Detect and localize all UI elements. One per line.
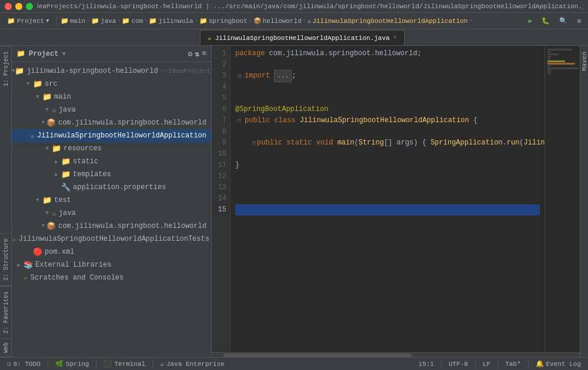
editor-area: 1 2 3 4 5 6 7 8 9 10 11 12 13 14 15 pa — [212, 46, 580, 357]
settings-button[interactable]: ⚙ — [573, 15, 584, 27]
tab-project[interactable]: 1: Project — [0, 46, 11, 91]
close-button[interactable] — [5, 3, 12, 10]
props-file-icon: 🔧 — [61, 183, 71, 192]
tree-test-class[interactable]: ☕ JilinwulaSpringbootHelloworldApplicati… — [12, 233, 211, 245]
tree-root-label: jilinwula-springboot-helloworld — [26, 67, 158, 75]
sidebar-settings-icon[interactable]: ≡ — [202, 49, 206, 59]
tree-templates[interactable]: ▶ 📁 templates — [12, 168, 211, 181]
sep-2 — [96, 360, 96, 368]
tab-web[interactable]: Web — [0, 339, 11, 357]
breadcrumb-main[interactable]: main — [70, 18, 85, 25]
sidebar-header: 📁 Project ▼ ⚙ ⇅ ≡ — [12, 46, 211, 62]
tree-appprops[interactable]: 🔧 application.properties — [12, 181, 211, 194]
fold-icon-9[interactable]: ⊟ — [252, 139, 256, 147]
sidebar-folder-icon: 📁 — [16, 49, 25, 58]
ln-3: 3 — [212, 70, 226, 82]
tree-java-label: java — [59, 106, 76, 114]
java-enterprise-button[interactable]: ☕ Java Enterprise — [158, 358, 227, 370]
breadcrumb-folder-icon: 📁 — [61, 17, 69, 25]
fold-icon-3[interactable]: ⊟ — [235, 72, 243, 80]
code-line-4 — [235, 82, 540, 93]
tab-close-button[interactable]: × — [393, 35, 397, 41]
ln-8: 8 — [212, 126, 226, 137]
tree-test-pkg[interactable]: ▼ 📦 com.jilinwula.springboot.helloworld — [12, 220, 211, 233]
event-log-button[interactable]: 🔔 Event Log — [533, 358, 583, 370]
fold-icon-7[interactable]: ⊟ — [235, 117, 243, 125]
breadcrumb-com-icon: 📁 — [122, 17, 130, 25]
breadcrumb-jilinwula[interactable]: jilinwula — [158, 18, 193, 25]
tree-pom[interactable]: 🔴 pom.xml — [12, 245, 211, 258]
line-ending-label: LF — [483, 361, 490, 368]
terminal-button[interactable]: ⬛ Terminal — [101, 358, 148, 370]
tree-main-class-label: JilinwulaSpringbootHelloworldApplication — [37, 132, 206, 140]
ln-4: 4 — [212, 82, 226, 93]
package-icon: 📦 — [46, 118, 56, 127]
todo-button[interactable]: ☑ 6: TODO — [5, 358, 43, 370]
breadcrumb-helloworld[interactable]: helloworld — [263, 18, 302, 25]
tree-scratches[interactable]: ✏ Scratches and Consoles — [12, 271, 211, 284]
folder-java-icon: ☕ — [52, 105, 56, 115]
ln-5: 5 — [212, 93, 226, 104]
ln-10: 10 — [212, 149, 226, 160]
window-title: jilinwula-springboot-helloworld | ~/Idea… — [38, 3, 583, 10]
terminal-label: Terminal — [114, 361, 145, 368]
tree-pom-label: pom.xml — [45, 248, 74, 256]
encoding-button[interactable]: UTF-8 — [446, 358, 470, 370]
maven-panel[interactable]: Maven — [580, 46, 588, 357]
cursor-position[interactable]: 15:1 — [416, 358, 436, 370]
left-vertical-tabs: 1: Project 2: Structure 2: Favorites Web — [0, 46, 12, 357]
tree-src[interactable]: ▼ 📁 src — [12, 78, 211, 90]
file-tree: ▼ 📁 jilinwula-springboot-helloworld ~/Id… — [12, 62, 211, 357]
import-collapsed-badge[interactable]: ... — [274, 70, 292, 82]
indent-button[interactable]: Tab* — [503, 358, 523, 370]
breadcrumb-classname[interactable]: JilinwulaSpringbootHelloworldApplication — [312, 18, 467, 25]
active-tab[interactable]: ☕ JilinwulaSpringbootHelloworldApplicati… — [200, 30, 405, 45]
maximize-button[interactable] — [26, 3, 33, 10]
tab-structure[interactable]: 2: Structure — [0, 233, 11, 286]
minimize-button[interactable] — [15, 3, 22, 10]
java-ent-icon: ☕ — [160, 360, 164, 368]
code-editor[interactable]: package com.jilinwula.springboot.hellowo… — [230, 46, 544, 352]
debug-button[interactable]: 🐛 — [538, 15, 553, 27]
sidebar-gear-icon[interactable]: ⚙ — [188, 49, 193, 59]
spring-button[interactable]: 🌿 Spring — [53, 358, 92, 370]
arrow-resources: ▼ — [42, 146, 52, 152]
tree-src-label: src — [45, 80, 58, 88]
breadcrumb-springboot-icon: 📁 — [199, 17, 208, 25]
tree-resources[interactable]: ▼ 📁 resources — [12, 142, 211, 155]
arrow-pkg: ▼ — [40, 120, 46, 126]
run-button[interactable]: ▶ — [525, 15, 536, 27]
tree-static[interactable]: ▶ 📁 static — [12, 155, 211, 168]
code-line-1: package com.jilinwula.springboot.hellowo… — [235, 48, 540, 59]
tree-java[interactable]: ▼ ☕ java — [12, 103, 211, 116]
position-label: 15:1 — [419, 361, 434, 368]
tree-main[interactable]: ▼ 📁 main — [12, 90, 211, 103]
project-button[interactable]: 📁 Project ▼ — [4, 15, 53, 27]
tree-test-java[interactable]: ▼ ☕ java — [12, 207, 211, 220]
chevron-icon: ▼ — [46, 18, 49, 24]
sidebar-dropdown-icon[interactable]: ▼ — [62, 51, 66, 58]
maven-label[interactable]: Maven — [581, 48, 588, 75]
tree-ext-libs[interactable]: ▶ 📚 External Libraries — [12, 258, 211, 271]
tab-favorites[interactable]: 2: Favorites — [0, 286, 11, 339]
search-button[interactable]: 🔍 — [556, 15, 571, 27]
tree-pkg[interactable]: ▼ 📦 com.jilinwula.springboot.helloworld — [12, 116, 211, 129]
line-ending-button[interactable]: LF — [480, 358, 493, 370]
folder-main-icon: 📁 — [42, 92, 52, 102]
project-sidebar: 📁 Project ▼ ⚙ ⇅ ≡ ▼ 📁 jilinwula-springbo… — [12, 46, 212, 357]
arrow-templates: ▶ — [52, 171, 61, 178]
tree-root[interactable]: ▼ 📁 jilinwula-springboot-helloworld ~/Id… — [12, 65, 211, 78]
breadcrumb-com[interactable]: com — [131, 18, 143, 25]
sidebar-expand-icon[interactable]: ⇅ — [195, 49, 199, 59]
horizontal-scrollbar[interactable] — [212, 352, 580, 357]
tree-static-label: static — [73, 157, 98, 166]
arrow-static: ▶ — [52, 159, 61, 165]
pom-icon: 🔴 — [33, 247, 42, 257]
tree-test[interactable]: ▼ 📁 test — [12, 194, 211, 207]
terminal-icon: ⬛ — [103, 360, 112, 368]
breadcrumb-java[interactable]: java — [101, 18, 116, 25]
tree-main-class[interactable]: ☕ JilinwulaSpringbootHelloworldApplicati… — [12, 129, 211, 142]
breadcrumb-springboot[interactable]: springboot — [209, 18, 248, 25]
arrow-test-pkg: ▼ — [40, 223, 46, 229]
scrollbar-thumb[interactable] — [223, 354, 412, 357]
